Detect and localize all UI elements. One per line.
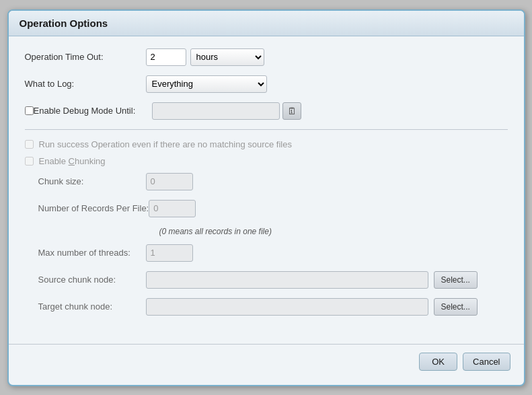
cancel-button[interactable]: Cancel (463, 353, 510, 371)
calendar-icon[interactable]: 🗓 (282, 102, 301, 120)
dialog-body: Operation Time Out: hours minutes second… (9, 36, 524, 337)
target-chunk-input[interactable] (146, 298, 428, 316)
dialog-title: Operation Options (9, 11, 524, 36)
ok-button[interactable]: OK (419, 353, 457, 371)
source-chunk-row: Source chunk node: Select... (25, 271, 508, 289)
separator-1 (25, 129, 508, 130)
enable-chunking-label: Enable Chunking (39, 156, 106, 166)
whatlog-row: What to Log: Everything Errors Only Noth… (25, 75, 508, 93)
hours-select[interactable]: hours minutes seconds (190, 48, 264, 66)
dialog-footer: OK Cancel (9, 344, 524, 382)
calendar-symbol: 🗓 (287, 106, 297, 116)
debug-label: Enable Debug Mode Until: (34, 106, 148, 116)
whatlog-select[interactable]: Everything Errors Only Nothing (146, 75, 267, 93)
operation-options-dialog: Operation Options Operation Time Out: ho… (7, 9, 525, 386)
timeout-label: Operation Time Out: (25, 52, 146, 62)
debug-row: Enable Debug Mode Until: 🗓 (25, 102, 508, 120)
max-threads-input[interactable] (146, 244, 193, 262)
debug-date-input[interactable] (152, 102, 280, 120)
hint-text: (0 means all records in one file) (159, 227, 508, 236)
chunk-size-row: Chunk size: (25, 173, 508, 190)
enable-chunking-row: Enable Chunking (25, 156, 508, 166)
whatlog-label: What to Log: (25, 79, 146, 89)
source-chunk-label: Source chunk node: (25, 275, 146, 285)
run-success-row: Run success Operation even if there are … (25, 139, 508, 149)
select-source-button[interactable]: Select... (434, 271, 478, 289)
target-chunk-label: Target chunk node: (25, 301, 146, 312)
select-target-button[interactable]: Select... (434, 298, 478, 316)
records-per-file-input[interactable] (149, 200, 196, 217)
debug-checkbox[interactable] (25, 106, 34, 115)
timeout-row: Operation Time Out: hours minutes second… (25, 48, 508, 66)
run-success-checkbox[interactable] (25, 140, 34, 149)
chunk-size-input[interactable] (146, 173, 193, 190)
run-success-label: Run success Operation even if there are … (39, 139, 292, 149)
enable-chunking-checkbox[interactable] (25, 157, 34, 166)
max-threads-label: Max number of threads: (25, 248, 146, 258)
source-chunk-input[interactable] (146, 271, 428, 289)
max-threads-row: Max number of threads: (25, 244, 508, 262)
records-per-file-label: Number of Records Per File: (25, 203, 149, 213)
records-per-file-row: Number of Records Per File: (25, 200, 508, 217)
chunk-size-label: Chunk size: (25, 176, 146, 186)
timeout-input[interactable] (146, 48, 186, 66)
target-chunk-row: Target chunk node: Select... (25, 298, 508, 316)
